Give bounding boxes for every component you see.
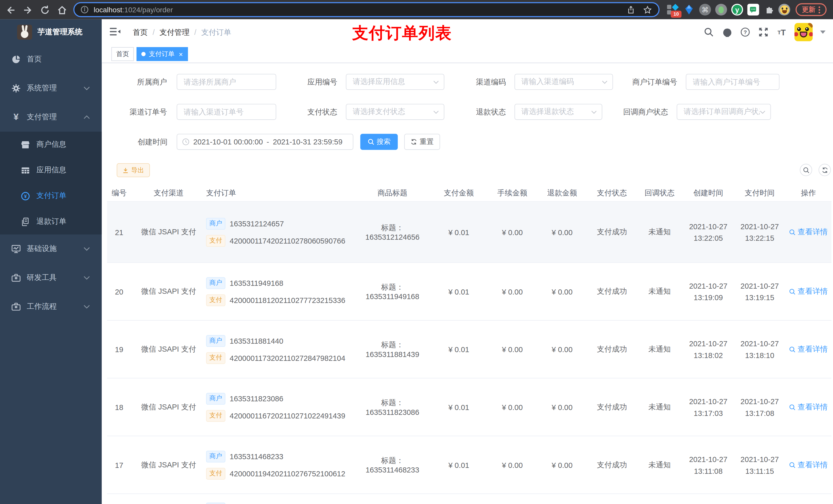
chevron-up-icon bbox=[84, 115, 90, 119]
browser-update-button[interactable]: 更新 bbox=[795, 3, 827, 16]
col-header-pay-time: 支付时间 bbox=[734, 189, 785, 198]
site-info-icon[interactable] bbox=[80, 5, 89, 14]
tab-home[interactable]: 首页 bbox=[112, 47, 134, 61]
sidebar-item-home[interactable]: 首页 bbox=[0, 45, 102, 74]
date-start[interactable]: 2021-10-01 00:00:00 bbox=[193, 138, 263, 146]
refund-status-select[interactable]: 请选择退款状态 bbox=[514, 104, 602, 120]
browser-back-icon[interactable] bbox=[5, 5, 16, 16]
export-button[interactable]: 导出 bbox=[117, 163, 150, 177]
notify-status: 未通知 bbox=[637, 344, 683, 354]
reset-button[interactable]: 重置 bbox=[404, 134, 440, 150]
app-title: 芋道管理系统 bbox=[38, 27, 82, 37]
dashboard-icon bbox=[11, 54, 21, 64]
extensions-puzzle-icon[interactable] bbox=[763, 4, 775, 16]
sidebar-item-refund-order[interactable]: 退款订单 bbox=[0, 209, 102, 234]
col-header-fee: 手续金额 bbox=[488, 189, 537, 198]
channel-order-no-input[interactable] bbox=[177, 104, 277, 120]
sidebar-collapse-icon[interactable] bbox=[110, 27, 120, 38]
bookmark-star-icon[interactable] bbox=[643, 5, 652, 14]
font-size-icon[interactable]: TT bbox=[776, 27, 787, 38]
chevron-down-icon bbox=[84, 86, 90, 90]
url-text: localhost:1024/pay/order bbox=[94, 6, 173, 14]
annotation-title: 支付订单列表 bbox=[352, 23, 452, 45]
url-bar[interactable]: localhost:1024/pay/order bbox=[73, 2, 660, 17]
github-icon[interactable] bbox=[721, 27, 732, 38]
tab-close-icon[interactable]: × bbox=[179, 51, 183, 57]
table-search-toggle-button[interactable] bbox=[800, 164, 812, 176]
extension-badged-icon[interactable]: 10 bbox=[667, 4, 678, 16]
col-header-channel: 支付渠道 bbox=[131, 189, 206, 198]
browser-reload-icon[interactable] bbox=[40, 5, 50, 16]
app-select[interactable]: 请选择应用信息 bbox=[346, 74, 445, 90]
screen: localhost:1024/pay/order 10 ⌘ y bbox=[0, 0, 833, 504]
extension-chat-icon[interactable] bbox=[747, 4, 759, 16]
breadcrumb-pay-mgmt[interactable]: 支付管理 bbox=[160, 28, 190, 38]
table-row: 21 微信 JSAPI 支付 商户1635312124657 支付4200001… bbox=[107, 202, 831, 263]
view-detail-link[interactable]: 查看详情 bbox=[785, 227, 831, 237]
active-tab-dot bbox=[141, 52, 146, 56]
sidebar-item-dev-tools[interactable]: 研发工具 bbox=[0, 263, 102, 292]
browser-toolbar: localhost:1024/pay/order 10 ⌘ y bbox=[0, 0, 833, 19]
sidebar-item-app-info[interactable]: 应用信息 bbox=[0, 157, 102, 183]
share-icon[interactable] bbox=[626, 5, 636, 14]
view-detail-link[interactable]: 查看详情 bbox=[785, 402, 831, 412]
pay-status-select[interactable]: 请选择支付状态 bbox=[346, 104, 445, 120]
sidebar-item-system[interactable]: 系统管理 bbox=[0, 74, 102, 103]
table-row: 19 微信 JSAPI 支付 商户1635311881440 支付4200001… bbox=[107, 321, 831, 379]
breadcrumb-home[interactable]: 首页 bbox=[133, 28, 148, 38]
channel-code-select[interactable]: 请输入渠道编码 bbox=[514, 74, 613, 90]
merchant-select-input[interactable] bbox=[177, 74, 277, 90]
pay-tag: 支付 bbox=[206, 410, 225, 422]
sidebar-submenu-pay: 商户信息 应用信息 ¥ 支付订单 退款订单 bbox=[0, 131, 102, 234]
chevron-down-icon bbox=[84, 305, 90, 309]
yen-circle-icon: ¥ bbox=[21, 191, 30, 200]
date-range-input[interactable]: 2021-10-01 00:00:00 - 2021-10-31 23:59:5… bbox=[177, 134, 354, 150]
extension-gem-icon[interactable] bbox=[683, 4, 695, 16]
help-icon[interactable]: ? bbox=[740, 27, 751, 38]
browser-forward-icon[interactable] bbox=[23, 5, 33, 16]
app-logo[interactable]: 芋道管理系统 bbox=[0, 19, 102, 45]
merchant-tag: 商户 bbox=[206, 277, 225, 289]
view-detail-link[interactable]: 查看详情 bbox=[785, 460, 831, 470]
col-header-pay-order: 支付订单 bbox=[206, 189, 355, 198]
pay-status: 支付成功 bbox=[587, 460, 637, 470]
filter-label: 所属商户 bbox=[107, 74, 167, 90]
table-row: 20 微信 JSAPI 支付 商户1635311949168 支付4200001… bbox=[107, 263, 831, 321]
tab-pay-order[interactable]: 支付订单 × bbox=[137, 47, 188, 61]
sidebar-item-merchant-info[interactable]: 商户信息 bbox=[0, 131, 102, 157]
merchant-order-no-input[interactable] bbox=[686, 74, 780, 90]
view-detail-link[interactable]: 查看详情 bbox=[785, 287, 831, 296]
col-header-notify: 回调状态 bbox=[637, 189, 683, 198]
extension-green-dot-icon[interactable] bbox=[715, 4, 727, 16]
extension-command-icon[interactable]: ⌘ bbox=[699, 4, 711, 16]
browser-profile-avatar[interactable] bbox=[779, 4, 790, 16]
notify-status: 未通知 bbox=[637, 402, 683, 412]
merchant-tag: 商户 bbox=[206, 335, 225, 346]
date-end[interactable]: 2021-10-31 23:59:59 bbox=[273, 138, 342, 146]
sidebar-item-pay[interactable]: ¥ 支付管理 bbox=[0, 103, 102, 131]
extension-y-icon[interactable]: y bbox=[731, 4, 743, 16]
sidebar-item-workflow[interactable]: 工作流程 bbox=[0, 292, 102, 321]
chevron-down-icon bbox=[433, 80, 439, 84]
table-row: 17 微信 JSAPI 支付 商户1635311468233 支付4200001… bbox=[107, 436, 831, 494]
user-avatar[interactable] bbox=[794, 23, 813, 41]
col-header-create-time: 创建时间 bbox=[683, 189, 734, 198]
avatar-caret-icon[interactable] bbox=[820, 30, 826, 34]
notify-status-select[interactable]: 请选择订单回调商户状态 bbox=[677, 104, 771, 120]
browser-home-icon[interactable] bbox=[57, 5, 68, 16]
pay-status: 支付成功 bbox=[587, 227, 637, 237]
filter-label: 渠道订单号 bbox=[107, 104, 167, 120]
view-detail-link[interactable]: 查看详情 bbox=[785, 344, 831, 354]
table-refresh-button[interactable] bbox=[819, 164, 831, 176]
pay-tag: 支付 bbox=[206, 467, 225, 479]
sidebar-item-pay-order[interactable]: ¥ 支付订单 bbox=[0, 183, 102, 209]
search-button[interactable]: 搜索 bbox=[360, 134, 398, 150]
chevron-down-icon bbox=[84, 247, 90, 251]
pay-status: 支付成功 bbox=[587, 344, 637, 354]
fullscreen-icon[interactable] bbox=[758, 27, 769, 38]
extension-badge: 10 bbox=[671, 11, 682, 18]
header-search-icon[interactable] bbox=[704, 27, 714, 38]
sidebar: 芋道管理系统 首页 系统管理 ¥ 支付管理 商户信息 bbox=[0, 19, 102, 504]
sidebar-item-infra[interactable]: 基础设施 bbox=[0, 234, 102, 263]
filter-label: 支付状态 bbox=[278, 104, 337, 120]
